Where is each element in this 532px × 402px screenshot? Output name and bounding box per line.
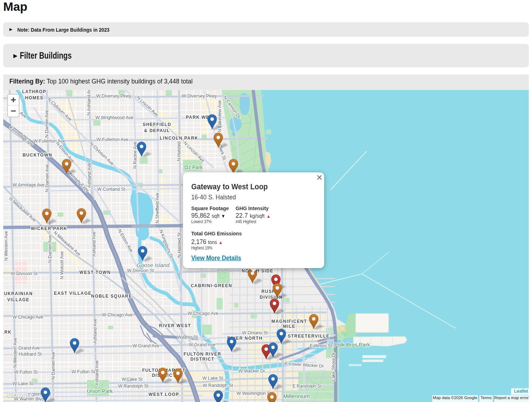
svg-text:W Diversey Pkwy: W Diversey Pkwy <box>96 94 131 99</box>
svg-text:FULTON RIVER: FULTON RIVER <box>184 352 222 357</box>
svg-text:RIVER WEST: RIVER WEST <box>159 323 191 328</box>
svg-text:W Armitage Ave: W Armitage Ave <box>13 182 45 188</box>
svg-text:N Damen Ave: N Damen Ave <box>48 235 53 263</box>
svg-text:W Wacker Dr: W Wacker Dr <box>238 369 265 374</box>
svg-text:E Illinois St: E Illinois St <box>310 343 332 348</box>
svg-text:EAST VILLAGE: EAST VILLAGE <box>54 291 91 296</box>
svg-text:STREETERVILLE: STREETERVILLE <box>288 334 330 339</box>
svg-text:UKRAINIAN: UKRAINIAN <box>4 291 33 296</box>
svg-text:N Ashland Ave: N Ashland Ave <box>86 90 91 116</box>
svg-text:W Chicago Ave: W Chicago Ave <box>188 311 218 316</box>
svg-text:N Racine Ave: N Racine Ave <box>133 141 138 169</box>
svg-text:W Lake St: W Lake St <box>202 376 223 381</box>
svg-text:E Randolph St: E Randolph St <box>292 384 322 389</box>
svg-text:DISTRICT: DISTRICT <box>191 357 215 362</box>
svg-text:N Halsted St: N Halsted St <box>177 232 182 258</box>
svg-text:NOBLE SQUARE: NOBLE SQUARE <box>91 294 132 299</box>
svg-text:W Ohio St: W Ohio St <box>177 335 198 340</box>
svg-text:W Fulton St: W Fulton St <box>14 370 38 375</box>
svg-text:MAGNIFICENT: MAGNIFICENT <box>272 319 307 324</box>
svg-text:Ashland Ave: Ashland Ave <box>93 319 98 343</box>
svg-text:Ashland Ave: Ashland Ave <box>91 231 97 256</box>
svg-text:N Damen Ave: N Damen Ave <box>44 110 49 138</box>
svg-text:Millennium: Millennium <box>283 393 310 399</box>
svg-text:N Western Ave: N Western Ave <box>4 231 9 261</box>
svg-text:Ashland Ave: Ashland Ave <box>87 163 92 188</box>
svg-text:W Fulton St: W Fulton St <box>72 369 95 374</box>
svg-text:ARK: ARK <box>3 330 12 335</box>
svg-text:N Sheffield Ave: N Sheffield Ave <box>155 193 160 223</box>
svg-text:W Grand Ave: W Grand Ave <box>133 343 159 348</box>
svg-text:BUCKTOWN: BUCKTOWN <box>23 153 53 158</box>
svg-text:W Randolph St: W Randolph St <box>118 384 149 389</box>
svg-text:Ashland Ave: Ashland Ave <box>94 360 99 385</box>
svg-text:W Lake St: W Lake St <box>13 381 33 386</box>
svg-text:LINCOLN PARK: LINCOLN PARK <box>160 136 198 141</box>
svg-text:Oz Park: Oz Park <box>184 164 203 170</box>
svg-text:Lake Shore Dr: Lake Shore Dr <box>331 352 336 381</box>
svg-text:W Lake St: W Lake St <box>122 377 143 382</box>
svg-text:CABRINI-GREEN: CABRINI-GREEN <box>191 283 232 288</box>
svg-text:W Diversey Pkwy: W Diversey Pkwy <box>182 94 217 99</box>
svg-text:W Chicago Ave: W Chicago Ave <box>102 312 133 317</box>
svg-text:LATHROP: LATHROP <box>22 90 46 94</box>
svg-text:Union Park: Union Park <box>87 388 113 394</box>
svg-text:W Grand Ave: W Grand Ave <box>189 342 215 347</box>
svg-text:N Western Ave: N Western Ave <box>13 338 18 368</box>
svg-text:W Randolph St: W Randolph St <box>203 383 233 388</box>
svg-text:N Damen Ave: N Damen Ave <box>51 352 56 380</box>
svg-text:SHEFFIELD: SHEFFIELD <box>143 122 171 127</box>
svg-text:HOMES: HOMES <box>25 95 43 100</box>
svg-text:W Cortland St: W Cortland St <box>97 187 125 192</box>
svg-text:W Washington St: W Washington St <box>237 391 272 396</box>
svg-text:W Fullerton Ave: W Fullerton Ave <box>97 137 128 142</box>
svg-text:N Wolcott Ave: N Wolcott Ave <box>59 251 64 279</box>
svg-text:WEST LOOP: WEST LOOP <box>149 392 179 397</box>
svg-text:WICKER PARK: WICKER PARK <box>31 226 67 231</box>
svg-text:W Division St: W Division St <box>127 268 154 273</box>
svg-text:W Chicago Ave: W Chicago Ave <box>13 315 43 320</box>
svg-text:VILLAGE: VILLAGE <box>7 297 30 302</box>
svg-text:W Wrightwood Ave: W Wrightwood Ave <box>95 115 133 120</box>
svg-text:W Division St: W Division St <box>11 271 38 276</box>
svg-text:Goose Island: Goose Island <box>137 262 170 268</box>
svg-text:& DEPAUL: & DEPAUL <box>144 128 170 133</box>
svg-text:W Ontario St: W Ontario St <box>242 330 268 335</box>
svg-text:WEST TOWN: WEST TOWN <box>79 270 111 275</box>
svg-text:Polk Bros Park: Polk Bros Park <box>334 342 370 348</box>
svg-text:MILE: MILE <box>283 324 295 329</box>
svg-text:N Damen Ave: N Damen Ave <box>45 164 50 192</box>
